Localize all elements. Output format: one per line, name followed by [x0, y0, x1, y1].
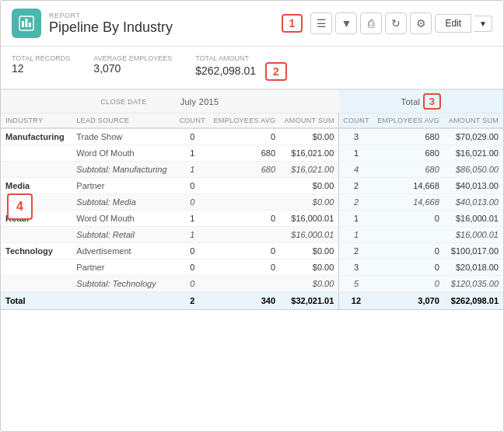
cell-t-emp-avg: 0: [373, 276, 444, 292]
th-lead-source-col: LEAD SOURCE: [72, 113, 175, 129]
cell-t-count: 1: [339, 227, 373, 243]
th-total-amount-sum-col: AMOUNT Sum: [444, 113, 503, 129]
cell-amount: $0.00: [280, 128, 339, 145]
report-header: REPORT Pipeline By Industry 1 ☰ ▼ ⎙ ↻ ⚙ …: [1, 1, 503, 47]
bookmark-button[interactable]: ☰: [310, 12, 332, 34]
edit-dropdown-button[interactable]: ▼: [474, 16, 492, 32]
cell-emp-avg: 0: [209, 243, 280, 260]
svg-rect-1: [22, 21, 24, 27]
th-amount-sum-col: AMOUNT Sum: [280, 113, 339, 129]
cell-count: 0: [176, 178, 209, 194]
filter-button[interactable]: ▼: [335, 12, 357, 34]
cell-industry: Retail: [1, 211, 72, 227]
edit-button[interactable]: Edit: [435, 14, 471, 33]
totals-t-count: 12: [339, 292, 373, 310]
cell-t-count: 3: [339, 128, 373, 145]
cell-t-emp-avg: 14,668: [373, 194, 444, 211]
cell-count: 0: [176, 260, 209, 276]
settings-button[interactable]: ⚙: [410, 12, 432, 34]
cell-industry: [1, 194, 72, 211]
cell-t-count: 1: [339, 211, 373, 227]
cell-t-emp-avg: 14,668: [373, 178, 444, 194]
report-table: CLOSE DATE July 2015 Total 3 INDUSTRY LE…: [1, 89, 503, 310]
cell-count: 1: [176, 162, 209, 178]
cell-lead-source: Subtotal: Technology: [72, 276, 175, 292]
cell-t-amount: $16,021.00: [444, 145, 503, 162]
cell-lead-source: Trade Show: [72, 128, 175, 145]
total-records-value: 12: [12, 62, 70, 75]
cell-lead-source: Subtotal: Manufacturing: [72, 162, 175, 178]
th-total-emp-avg-col: EMPLOYEES Avg: [373, 113, 444, 129]
totals-amount: $32,021.01: [280, 292, 339, 310]
cell-t-amount: $20,018.00: [444, 260, 503, 276]
cell-count: 0: [176, 128, 209, 145]
cell-t-emp-avg: [373, 227, 444, 243]
cell-t-amount: $16,000.01: [444, 211, 503, 227]
cell-industry: [1, 276, 72, 292]
cell-lead-source: Partner: [72, 260, 175, 276]
cell-emp-avg: 0: [209, 211, 280, 227]
svg-rect-3: [29, 23, 31, 27]
cell-t-amount: $40,013.00: [444, 194, 503, 211]
cell-t-count: 4: [339, 162, 373, 178]
cell-amount: $0.00: [280, 276, 339, 292]
subtotal-row: Subtotal: Retail 1 $16,000.01 1 $16,000.…: [1, 227, 503, 243]
cell-count: 1: [176, 211, 209, 227]
cell-industry: Manufacturing: [1, 128, 72, 145]
cell-emp-avg: [209, 194, 280, 211]
totals-row: Total 2 340 $32,021.01 12 3,070 $262,098…: [1, 292, 503, 310]
cell-lead-source: Word Of Mouth: [72, 145, 175, 162]
cell-t-count: 1: [339, 145, 373, 162]
cell-emp-avg: 680: [209, 145, 280, 162]
cell-t-emp-avg: 680: [373, 145, 444, 162]
cell-emp-avg: 680: [209, 162, 280, 178]
cell-t-emp-avg: 680: [373, 128, 444, 145]
cell-t-count: 2: [339, 194, 373, 211]
refresh-button[interactable]: ↻: [385, 12, 407, 34]
cell-lead-source: Subtotal: Retail: [72, 227, 175, 243]
cell-t-amount: $100,017.00: [444, 243, 503, 260]
svg-rect-2: [26, 19, 28, 27]
table-row: Word Of Mouth 1 680 $16,021.00 1 680 $16…: [1, 145, 503, 162]
cell-amount: $0.00: [280, 178, 339, 194]
badge-3: 3: [423, 93, 442, 110]
cell-t-emp-avg: 680: [373, 162, 444, 178]
table-row: Media Partner 0 $0.00 2 14,668 $40,013.0…: [1, 178, 503, 194]
total-amount-label: Total Amount: [195, 54, 287, 62]
badge-1: 1: [282, 14, 303, 33]
cell-count: 0: [176, 194, 209, 211]
cell-t-emp-avg: 0: [373, 260, 444, 276]
th-close-date-label: CLOSE DATE: [72, 90, 175, 113]
cell-industry: [1, 260, 72, 276]
badge-2: 2: [265, 62, 287, 81]
header-right: 1 ☰ ▼ ⎙ ↻ ⚙ Edit ▼: [282, 12, 492, 34]
cell-emp-avg: [209, 178, 280, 194]
cell-emp-avg: [209, 276, 280, 292]
totals-label: Total: [1, 292, 176, 310]
th-close-date-value: July 2015: [176, 90, 339, 113]
cell-t-amount: $16,000.01: [444, 227, 503, 243]
report-table-container: CLOSE DATE July 2015 Total 3 INDUSTRY LE…: [1, 89, 503, 310]
totals-t-amount: $262,098.01: [444, 292, 503, 310]
cell-amount: $16,021.00: [280, 145, 339, 162]
cell-count: 0: [176, 243, 209, 260]
th-industry: [1, 90, 72, 113]
table-row: Manufacturing Trade Show 0 0 $0.00 3 680…: [1, 128, 503, 145]
report-label: REPORT: [49, 12, 173, 19]
cell-industry: Media: [1, 178, 72, 194]
subtotal-row: Subtotal: Technology 0 $0.00 5 0 $120,03…: [1, 276, 503, 292]
total-records-stat: Total Records 12: [12, 54, 70, 81]
cell-amount: $16,000.01: [280, 211, 339, 227]
totals-count: 2: [176, 292, 209, 310]
th-total-label: Total 3: [339, 90, 503, 113]
cell-industry: [1, 227, 72, 243]
stats-bar: Total Records 12 Average Employees 3,070…: [1, 47, 503, 89]
print-button[interactable]: ⎙: [360, 12, 382, 34]
avg-employees-value: 3,070: [93, 62, 172, 75]
total-amount-stat: Total Amount $262,098.01 2: [195, 54, 287, 81]
totals-emp-avg: 340: [209, 292, 280, 310]
cell-lead-source: Subtotal: Media: [72, 194, 175, 211]
cell-t-count: 5: [339, 276, 373, 292]
th-total-count-col: COUNT: [339, 113, 373, 129]
total-records-label: Total Records: [12, 54, 70, 62]
